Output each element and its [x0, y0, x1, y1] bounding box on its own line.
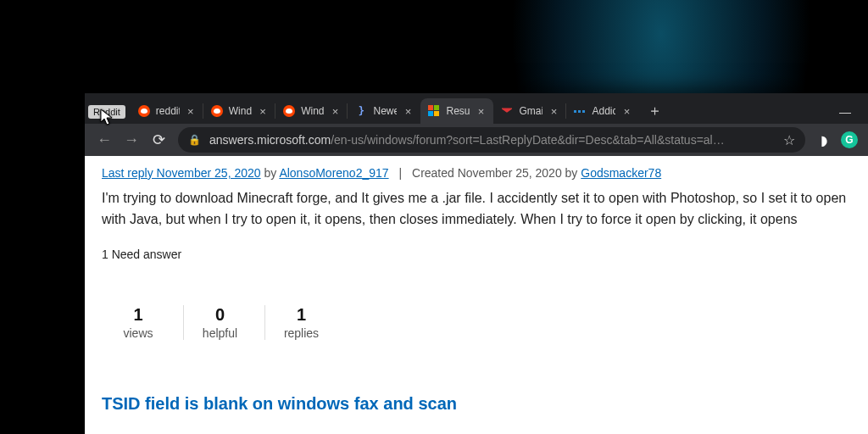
tab-addictive[interactable]: Addic × [566, 98, 639, 124]
url-text: answers.microsoft.com/en-us/windows/foru… [209, 133, 775, 147]
new-tab-button[interactable]: ＋ [643, 98, 666, 122]
forward-button[interactable]: → [119, 127, 144, 153]
tab-reddit-3[interactable]: Wind × [275, 98, 348, 124]
brace-icon: } [354, 104, 368, 118]
grammarly-extension-icon[interactable]: G [837, 128, 861, 152]
stat-helpful: 0 helpful [183, 305, 256, 340]
close-icon[interactable]: × [257, 105, 269, 117]
dots-icon [573, 104, 587, 118]
tab-strip: Reddit reddit × Wind × Wind × } Newe × R… [85, 93, 868, 124]
tab-title: reddit [156, 105, 180, 117]
tab-title: Result [446, 105, 470, 117]
close-icon[interactable]: × [402, 105, 414, 117]
close-icon[interactable]: × [548, 105, 559, 117]
need-answer-label: 1 Need answer [102, 248, 851, 261]
window-controls: — [827, 100, 863, 124]
close-icon[interactable]: × [620, 105, 632, 117]
reddit-icon [210, 104, 224, 118]
page-content: Last reply November 25, 2020 by AlonsoMo… [85, 156, 868, 434]
tab-title: Gmail [519, 105, 542, 117]
bookmark-star-icon[interactable]: ☆ [783, 132, 795, 148]
last-reply-link[interactable]: Last reply November 25, 2020 [102, 166, 261, 180]
reply-author-link[interactable]: AlonsoMoreno2_917 [279, 166, 388, 180]
stat-views: 1 views [102, 305, 175, 340]
tab-reddit-1[interactable]: reddit × [131, 98, 203, 124]
back-button[interactable]: ← [92, 127, 117, 153]
reddit-icon [137, 104, 151, 118]
tab-tooltip: Reddit [88, 105, 125, 119]
tab-title: Wind [301, 105, 324, 117]
tab-newegg[interactable]: } Newe × [348, 98, 420, 124]
tab-title: Addic [592, 105, 615, 117]
post-meta: Last reply November 25, 2020 by AlonsoMo… [102, 166, 851, 180]
toolbar: ← → ⟳ 🔒 answers.microsoft.com/en-us/wind… [85, 124, 868, 156]
microsoft-icon [427, 104, 441, 118]
address-bar[interactable]: 🔒 answers.microsoft.com/en-us/windows/fo… [178, 127, 805, 153]
tab-gmail[interactable]: Gmail × [493, 98, 566, 124]
tab-microsoft-answers[interactable]: Result × [420, 98, 493, 124]
lock-icon: 🔒 [188, 134, 201, 146]
minimize-button[interactable]: — [827, 100, 863, 124]
created-author-link[interactable]: Godsmacker78 [581, 166, 661, 180]
stat-replies: 1 replies [264, 305, 337, 340]
gmail-icon [500, 104, 514, 118]
browser-window: Reddit reddit × Wind × Wind × } Newe × R… [85, 93, 868, 434]
tab-reddit-2[interactable]: Wind × [203, 98, 275, 124]
close-icon[interactable]: × [475, 105, 487, 117]
close-icon[interactable]: × [329, 105, 341, 117]
pocket-extension-icon[interactable]: ◗ [812, 128, 836, 152]
next-thread-title[interactable]: TSID field is blank on windows fax and s… [102, 394, 851, 414]
post-stats: 1 views 0 helpful 1 replies [102, 305, 851, 340]
post-body: I'm trying to download Minecraft forge, … [102, 188, 851, 231]
tab-title: Newe [373, 105, 397, 117]
reddit-icon [282, 104, 296, 118]
reload-button[interactable]: ⟳ [146, 127, 171, 153]
close-icon[interactable]: × [185, 105, 197, 117]
tab-title: Wind [229, 105, 252, 117]
